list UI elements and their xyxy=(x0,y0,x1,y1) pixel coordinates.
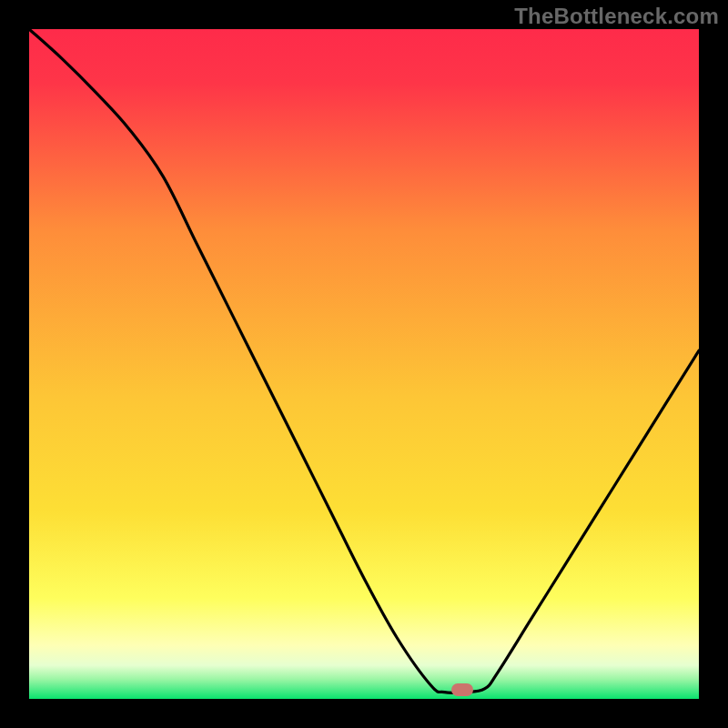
chart-frame: TheBottleneck.com xyxy=(0,0,728,728)
plot-area xyxy=(29,29,699,699)
optimal-point-marker xyxy=(451,683,473,696)
plot-svg xyxy=(29,29,699,699)
watermark-text: TheBottleneck.com xyxy=(514,4,719,29)
